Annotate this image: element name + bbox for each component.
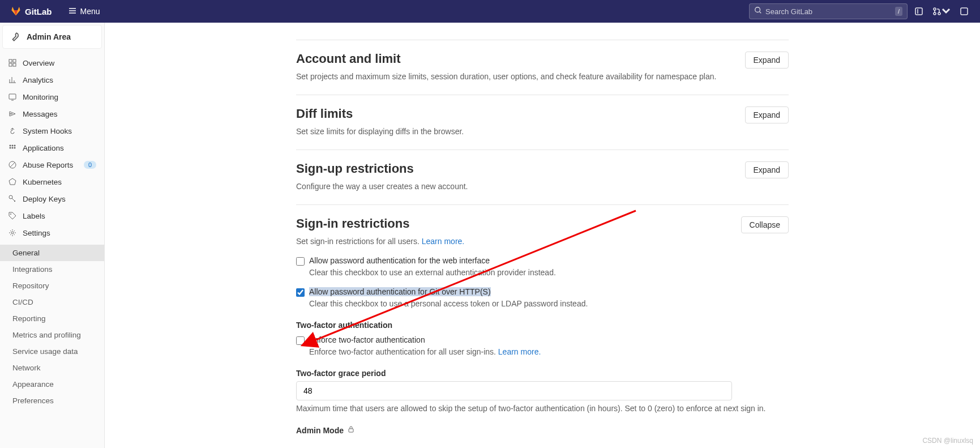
watermark: CSDN @linuxlsq bbox=[922, 437, 973, 445]
svg-point-20 bbox=[10, 214, 11, 215]
sidebar-item-label: Abuse Reports bbox=[23, 161, 73, 169]
subnav-service-usage[interactable]: Service usage data bbox=[0, 343, 104, 360]
settings-icon bbox=[8, 228, 17, 237]
sidebar: Admin Area Overview Analytics Monitoring… bbox=[0, 23, 105, 448]
todos-icon[interactable] bbox=[957, 5, 971, 18]
learn-more-link[interactable]: Learn more. bbox=[422, 237, 464, 246]
search-input[interactable] bbox=[765, 7, 895, 16]
svg-rect-9 bbox=[13, 63, 16, 66]
menu-label: Menu bbox=[80, 7, 100, 16]
sidebar-item-monitoring[interactable]: Monitoring bbox=[0, 88, 104, 105]
abuse-icon bbox=[8, 160, 17, 169]
svg-point-12 bbox=[12, 145, 14, 147]
svg-rect-22 bbox=[349, 429, 353, 432]
sidebar-item-label: Kubernetes bbox=[23, 178, 62, 186]
sidebar-item-label: Analytics bbox=[23, 76, 53, 84]
subnav-reporting[interactable]: Reporting bbox=[0, 310, 104, 327]
sidebar-item-label: Applications bbox=[23, 144, 64, 152]
svg-rect-10 bbox=[9, 94, 16, 99]
hamburger-icon bbox=[68, 6, 77, 17]
section-title: Diff limits bbox=[296, 106, 464, 121]
sidebar-item-applications[interactable]: Applications bbox=[0, 139, 104, 156]
sidebar-item-label: System Hooks bbox=[23, 127, 72, 135]
section-signup-restrictions: Sign-up restrictions Configure the way a… bbox=[296, 150, 789, 205]
sidebar-item-label: Overview bbox=[23, 59, 54, 67]
sidebar-item-overview[interactable]: Overview bbox=[0, 54, 104, 71]
expand-button[interactable]: Expand bbox=[745, 106, 789, 123]
section-title: Account and limit bbox=[296, 52, 716, 66]
sidebar-item-label: Monitoring bbox=[23, 93, 58, 101]
svg-point-4 bbox=[938, 12, 940, 15]
subnav-network[interactable]: Network bbox=[0, 360, 104, 376]
svg-rect-1 bbox=[915, 8, 922, 15]
sidebar-nav: Overview Analytics Monitoring Messages S… bbox=[0, 51, 104, 245]
subnav-metrics[interactable]: Metrics and profiling bbox=[0, 327, 104, 343]
section-desc: Set size limits for displaying diffs in … bbox=[296, 127, 464, 136]
sidebar-item-settings[interactable]: Settings bbox=[0, 224, 104, 241]
subnav-integrations[interactable]: Integrations bbox=[0, 261, 104, 278]
section-title: Sign-up restrictions bbox=[296, 161, 468, 176]
allow-password-git-checkbox[interactable] bbox=[296, 288, 305, 297]
sidebar-item-label: Labels bbox=[23, 212, 45, 220]
section-desc: Set projects and maximum size limits, se… bbox=[296, 72, 716, 81]
learn-more-link[interactable]: Learn more. bbox=[498, 347, 541, 356]
svg-point-11 bbox=[10, 145, 11, 147]
wrench-icon bbox=[10, 31, 21, 42]
sidebar-item-label: Settings bbox=[23, 229, 50, 237]
svg-point-13 bbox=[14, 145, 16, 147]
svg-point-16 bbox=[14, 147, 16, 149]
enforce-2fa-help: Enforce two-factor authentication for al… bbox=[309, 347, 789, 356]
main-content: Account and limit Set projects and maxim… bbox=[105, 23, 980, 448]
lock-icon bbox=[347, 425, 355, 435]
sidebar-item-abuse-reports[interactable]: Abuse Reports0 bbox=[0, 156, 104, 173]
menu-button[interactable]: Menu bbox=[62, 3, 106, 20]
expand-button[interactable]: Expand bbox=[745, 52, 789, 69]
search-box[interactable]: / bbox=[749, 3, 908, 19]
logo-area[interactable]: GitLab bbox=[5, 5, 58, 18]
sidebar-item-labels[interactable]: Labels bbox=[0, 207, 104, 224]
search-kbd-hint: / bbox=[895, 7, 902, 16]
expand-button[interactable]: Expand bbox=[745, 161, 789, 178]
grace-period-input[interactable] bbox=[296, 381, 732, 400]
grace-period-help: Maximum time that users are allowed to s… bbox=[296, 404, 789, 413]
enforce-2fa-checkbox[interactable] bbox=[296, 336, 305, 345]
sidebar-item-system-hooks[interactable]: System Hooks bbox=[0, 122, 104, 139]
svg-rect-7 bbox=[13, 59, 16, 62]
svg-rect-8 bbox=[9, 63, 12, 66]
sidebar-item-label: Messages bbox=[23, 110, 58, 118]
svg-rect-5 bbox=[961, 8, 968, 15]
allow-password-web-checkbox[interactable] bbox=[296, 257, 305, 266]
analytics-icon bbox=[8, 75, 17, 84]
svg-point-15 bbox=[12, 147, 14, 149]
key-icon bbox=[8, 194, 17, 203]
subnav-repository[interactable]: Repository bbox=[0, 278, 104, 294]
gitlab-logo-icon bbox=[10, 5, 22, 18]
merge-requests-icon[interactable] bbox=[930, 5, 953, 18]
sidebar-item-label: Deploy Keys bbox=[23, 195, 66, 203]
hook-icon bbox=[8, 126, 17, 135]
monitoring-icon bbox=[8, 92, 17, 101]
tfa-heading: Two-factor authentication bbox=[296, 321, 789, 330]
issues-icon[interactable] bbox=[912, 5, 926, 18]
svg-rect-6 bbox=[9, 59, 12, 62]
section-diff-limits: Diff limits Set size limits for displayi… bbox=[296, 95, 789, 150]
subnav-preferences[interactable]: Preferences bbox=[0, 392, 104, 409]
subnav-general[interactable]: General bbox=[0, 245, 104, 261]
svg-point-3 bbox=[934, 12, 936, 15]
messages-icon bbox=[8, 109, 17, 118]
subnav-appearance[interactable]: Appearance bbox=[0, 376, 104, 392]
enforce-2fa-label: Enforce two-factor authentication bbox=[309, 335, 425, 344]
admin-area-context[interactable]: Admin Area bbox=[2, 25, 102, 49]
section-title: Sign-in restrictions bbox=[296, 216, 464, 231]
admin-mode-heading: Admin Mode bbox=[296, 425, 789, 435]
subnav-cicd[interactable]: CI/CD bbox=[0, 294, 104, 310]
sidebar-item-analytics[interactable]: Analytics bbox=[0, 71, 104, 88]
sidebar-item-deploy-keys[interactable]: Deploy Keys bbox=[0, 190, 104, 207]
collapse-button[interactable]: Collapse bbox=[741, 216, 789, 233]
brand-text: GitLab bbox=[25, 7, 52, 16]
sidebar-item-messages[interactable]: Messages bbox=[0, 105, 104, 122]
abuse-badge: 0 bbox=[84, 161, 96, 169]
topbar: GitLab Menu / bbox=[0, 0, 980, 23]
svg-marker-18 bbox=[9, 178, 16, 185]
sidebar-item-kubernetes[interactable]: Kubernetes bbox=[0, 173, 104, 190]
